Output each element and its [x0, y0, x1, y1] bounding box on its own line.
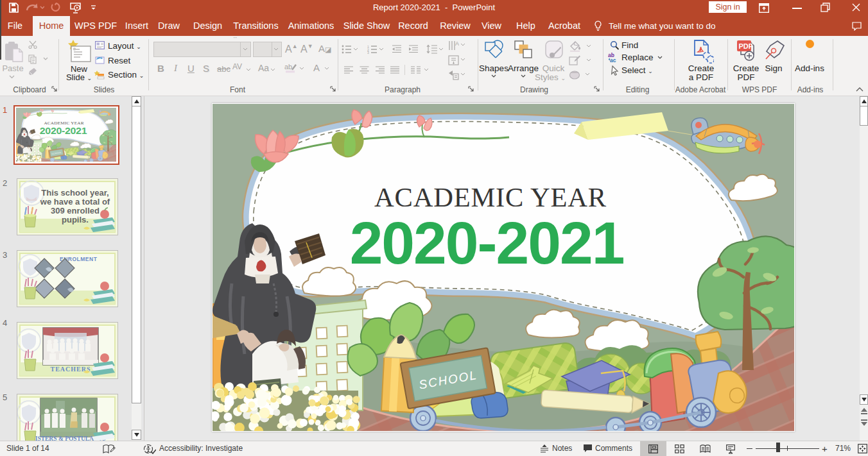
svg-text:ab: ab — [284, 63, 292, 71]
svg-text:ac: ac — [610, 57, 616, 62]
svg-text:A: A — [455, 40, 459, 47]
svg-text:3: 3 — [367, 51, 369, 54]
svg-text:PDF: PDF — [739, 42, 753, 50]
